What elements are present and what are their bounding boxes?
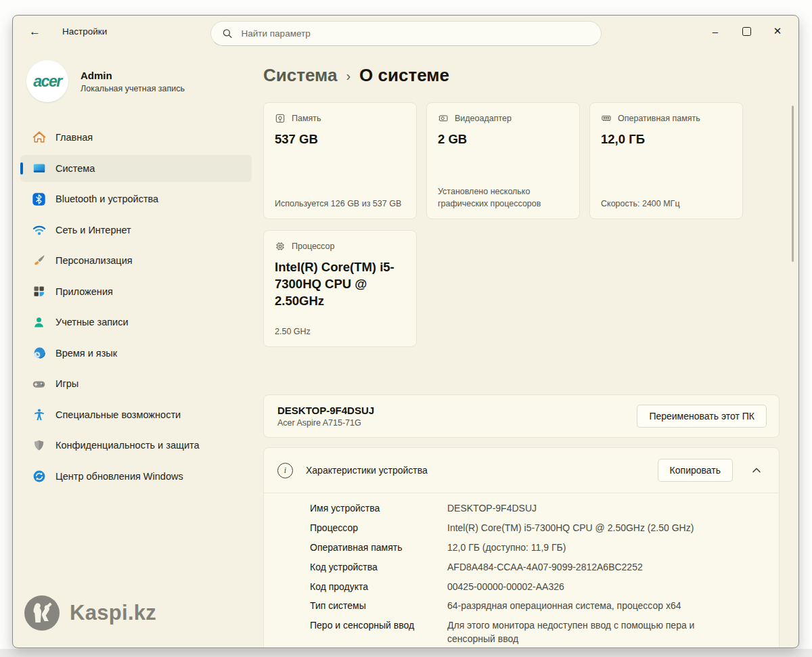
personalization-icon — [31, 253, 47, 269]
sidebar-item-time-language[interactable]: Время и язык — [20, 340, 252, 367]
accessibility-icon — [31, 407, 47, 422]
card-subtitle: Установлено несколько графических процес… — [438, 185, 570, 210]
sidebar-item-label: Приложения — [55, 286, 113, 297]
privacy-shield-icon — [31, 438, 47, 453]
sidebar-item-bluetooth[interactable]: Bluetooth и устройства — [20, 185, 252, 212]
accounts-icon — [31, 315, 47, 330]
minimize-button[interactable]: – — [700, 18, 731, 45]
device-specs-panel: i Характеристики устройства Копировать — [263, 447, 780, 648]
card-title: Видеоадаптер — [455, 114, 512, 123]
info-icon: i — [277, 463, 293, 478]
cpu-icon — [275, 241, 286, 252]
main-content: Система › О системе — [258, 47, 798, 648]
card-title: Память — [292, 114, 321, 123]
home-icon — [31, 130, 47, 145]
acer-logo: acer — [33, 72, 61, 91]
apps-icon — [31, 284, 47, 299]
games-icon — [31, 376, 47, 392]
storage-card: Память 537 GB Используется 126 GB из 537… — [263, 102, 417, 219]
close-button[interactable]: ✕ — [762, 18, 793, 45]
spec-label: Код продукта — [310, 581, 447, 594]
spec-label: Процессор — [310, 522, 447, 535]
ram-icon — [601, 113, 612, 124]
card-value: 12,0 ГБ — [601, 131, 731, 148]
photo-background-strip — [0, 649, 812, 657]
copy-button[interactable]: Копировать — [658, 459, 733, 482]
spec-label: Оперативная память — [310, 541, 447, 555]
rename-pc-button[interactable]: Переименовать этот ПК — [637, 405, 767, 428]
bluetooth-icon — [31, 191, 47, 207]
search-input[interactable] — [240, 28, 590, 39]
sidebar-item-label: Центр обновления Windows — [55, 471, 183, 482]
app-body: acer Admin Локальная учетная запись — [13, 47, 798, 648]
sidebar-item-label: Специальные возможности — [55, 409, 181, 420]
spec-value: DESKTOP-9F4DSUJ — [447, 502, 537, 516]
sidebar-item-apps[interactable]: Приложения — [20, 278, 252, 305]
maximize-icon — [742, 27, 751, 36]
section-gap — [263, 347, 780, 394]
summary-cards-row1: Память 537 GB Используется 126 GB из 537… — [263, 102, 780, 219]
sidebar-item-windows-update[interactable]: Центр обновления Windows — [20, 463, 252, 490]
card-value: Intel(R) Core(TM) i5-7300HQ CPU @ 2.50GH… — [275, 259, 405, 310]
sidebar: acer Admin Локальная учетная запись — [13, 47, 258, 648]
storage-icon — [275, 113, 286, 124]
spec-label: Тип системы — [310, 599, 447, 613]
sidebar-item-label: Bluetooth и устройства — [55, 194, 158, 204]
settings-window: ← Настройки – ✕ acer — [12, 15, 799, 648]
breadcrumb-parent[interactable]: Система — [263, 65, 337, 86]
sidebar-item-gaming[interactable]: Игры — [20, 370, 252, 397]
sidebar-item-label: Конфиденциальность и защита — [55, 440, 200, 451]
card-subtitle: 2.50 GHz — [275, 325, 407, 338]
gpu-card: Видеоадаптер 2 GB Установлено несколько … — [426, 102, 580, 219]
back-icon[interactable]: ← — [29, 26, 41, 37]
card-subtitle: Скорость: 2400 МГц — [601, 198, 733, 210]
sidebar-nav: Главная Система — [13, 124, 258, 490]
spec-value: 64-разрядная операционная система, проце… — [447, 599, 681, 613]
kaspi-logo-icon — [24, 595, 60, 631]
account-info: Admin Локальная учетная запись — [81, 70, 185, 93]
spec-value: 12,0 ГБ (доступно: 11,9 ГБ) — [447, 541, 566, 555]
device-name: DESKTOP-9F4DSUJ — [277, 405, 374, 416]
sidebar-item-personalization[interactable]: Персонализация — [20, 247, 252, 274]
sidebar-item-label: Система — [55, 163, 95, 174]
sidebar-item-label: Персонализация — [55, 255, 133, 266]
spec-row-product-id: Код продукта 00425-00000-00002-AA326 — [310, 581, 765, 594]
sidebar-item-home[interactable]: Главная — [20, 124, 252, 151]
scrollbar[interactable] — [792, 106, 794, 262]
sidebar-item-label: Главная — [55, 132, 93, 143]
sidebar-item-privacy[interactable]: Конфиденциальность и защита — [20, 432, 252, 459]
specs-table: Имя устройства DESKTOP-9F4DSUJ Процессор… — [264, 493, 779, 646]
cpu-card: Процессор Intel(R) Core(TM) i5-7300HQ CP… — [263, 230, 417, 347]
chevron-right-icon: › — [346, 68, 351, 84]
spec-row-ram: Оперативная память 12,0 ГБ (доступно: 11… — [310, 541, 765, 555]
sidebar-item-label: Время и язык — [55, 348, 117, 359]
maximize-button[interactable] — [731, 18, 762, 45]
card-title: Процессор — [292, 242, 334, 251]
search-box[interactable] — [210, 21, 602, 46]
sidebar-item-system[interactable]: Система — [20, 155, 252, 182]
sidebar-item-label: Игры — [55, 378, 78, 389]
card-value: 537 GB — [275, 131, 405, 148]
card-title: Оперативная память — [618, 114, 700, 123]
watermark-text: Kaspi.kz — [70, 601, 156, 625]
card-subtitle: Используется 126 GB из 537 GB — [275, 198, 407, 210]
sidebar-item-accessibility[interactable]: Специальные возможности — [20, 401, 252, 428]
account-type: Локальная учетная запись — [81, 84, 185, 93]
device-identity: DESKTOP-9F4DSUJ Acer Aspire A715-71G — [277, 405, 374, 428]
avatar: acer — [26, 60, 68, 102]
specs-header[interactable]: i Характеристики устройства Копировать — [264, 448, 779, 493]
specs-title: Характеристики устройства — [306, 465, 428, 476]
summary-cards-row2: Процессор Intel(R) Core(TM) i5-7300HQ CP… — [263, 230, 780, 347]
account-section[interactable]: acer Admin Локальная учетная запись — [26, 60, 258, 102]
spec-label: Код устройства — [310, 561, 447, 574]
device-name-panel: DESKTOP-9F4DSUJ Acer Aspire A715-71G Пер… — [263, 394, 780, 438]
chevron-up-icon[interactable] — [752, 467, 761, 474]
sidebar-item-network[interactable]: Сеть и Интернет — [20, 217, 252, 244]
spec-row-pen-touch: Перо и сенсорный ввод Для этого монитора… — [310, 619, 765, 646]
search-icon — [222, 28, 233, 39]
app-title: Настройки — [62, 26, 107, 37]
watermark: Kaspi.kz — [24, 595, 156, 631]
page-title: О системе — [359, 65, 449, 86]
window-controls: – ✕ — [700, 16, 793, 47]
sidebar-item-accounts[interactable]: Учетные записи — [20, 309, 252, 336]
